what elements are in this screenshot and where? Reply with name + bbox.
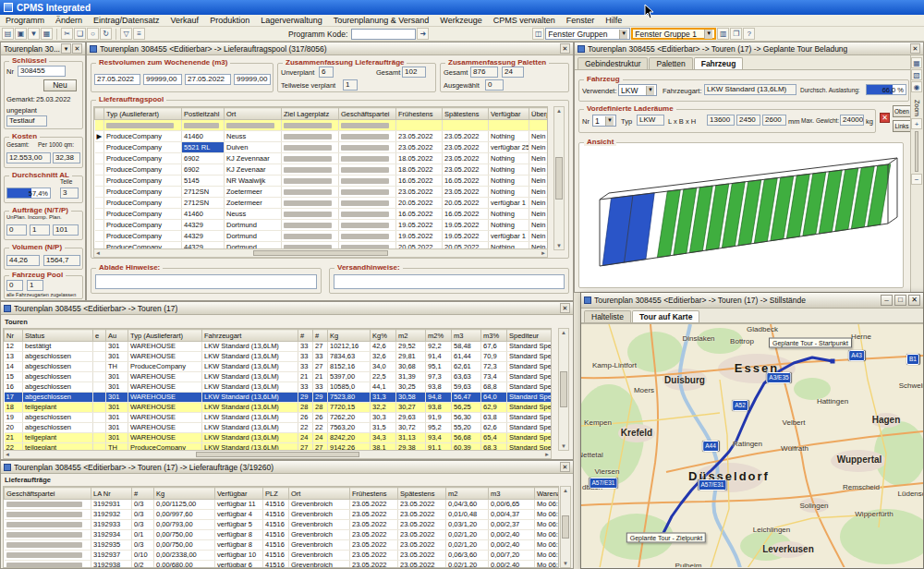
table-cell[interactable]: 93,8	[426, 403, 452, 413]
table-cell[interactable]	[339, 209, 396, 220]
table-cell[interactable]: 23.05.2022	[350, 530, 398, 540]
table-cell[interactable]	[5, 551, 91, 561]
menu-item[interactable]: Tourenplanung & Versand	[328, 16, 435, 25]
table-cell[interactable]: Grevenbroich	[289, 500, 350, 510]
table-row[interactable]: 31929320/30,00/997,60verfügbar 441516Gre…	[5, 510, 560, 520]
zla-gesamt-field[interactable]: 102	[402, 67, 426, 78]
table-cell[interactable]: Mo 06:00-14:00	[535, 561, 560, 569]
column-header[interactable]: Kg	[154, 488, 215, 500]
table-cell[interactable]: 0,02/1,20	[446, 540, 489, 551]
table-cell[interactable]	[282, 231, 339, 242]
table-cell[interactable]	[93, 423, 106, 433]
table-cell[interactable]: WAREHOUSE	[128, 372, 202, 382]
zoom-out-icon[interactable]: −	[911, 174, 922, 185]
table-cell[interactable]: Zoetermeer	[225, 198, 282, 209]
table-cell[interactable]: WAREHOUSE	[128, 382, 202, 393]
filter-icon[interactable]: ▽	[120, 28, 132, 40]
column-header[interactable]: Spätestens	[398, 488, 446, 500]
table-cell[interactable]: 23.05.2022	[350, 561, 398, 569]
fenster-gruppe-dropdown[interactable]: Fenster Gruppe 1▼	[631, 28, 716, 40]
column-header[interactable]: Spätestens	[443, 108, 489, 120]
table-cell[interactable]: 0/3	[132, 510, 154, 520]
table-cell[interactable]: WAREHOUSE	[128, 342, 202, 352]
table-cell[interactable]	[93, 342, 106, 352]
table-cell[interactable]: 0,00/2,40	[489, 530, 535, 540]
table-cell[interactable]	[5, 540, 91, 551]
table-cell[interactable]: WAREHOUSE	[128, 393, 202, 403]
tab-halteliste[interactable]: Halteliste	[584, 310, 631, 322]
table-cell[interactable]: 10212,16	[328, 342, 371, 352]
zoom-slider[interactable]	[915, 131, 918, 172]
zpa-verplant-field[interactable]: 24	[502, 67, 524, 78]
table-cell[interactable]: Nothing	[489, 187, 529, 198]
table-cell[interactable]: 23.05.2022	[350, 540, 398, 551]
table-cell[interactable]: LKW Standard (13,6LM)	[202, 433, 298, 443]
table-cell[interactable]: ProduceCompany	[104, 142, 182, 153]
table-cell[interactable]: 63,63	[452, 372, 481, 382]
restvolumen-value1-field[interactable]: 99999,00	[143, 74, 182, 85]
new-icon[interactable]: ▤	[2, 28, 14, 40]
table-cell[interactable]: Mo 06:00-14:00	[535, 520, 560, 530]
menu-item[interactable]: CPMS verwalten	[488, 16, 561, 25]
table-cell[interactable]: 33	[298, 352, 313, 362]
table-cell[interactable]: 23.05.2022	[398, 520, 446, 530]
table-cell[interactable]: 3192935	[91, 540, 132, 551]
table-cell[interactable]: 30,3	[371, 413, 396, 423]
table-row[interactable]: 31929380/20,00/680,00verfügbar 641516Gre…	[5, 561, 560, 569]
table-row[interactable]: 19abgeschlossen301WAREHOUSELKW Standard …	[5, 413, 553, 423]
table-cell[interactable]: abgeschlossen	[23, 413, 93, 423]
table-cell[interactable]: 0,00/2,37	[489, 520, 535, 530]
table-cell[interactable]: Duiven	[225, 142, 282, 153]
table-cell[interactable]	[282, 176, 339, 187]
table-cell[interactable]: 30,72	[396, 423, 426, 433]
window-titlebar[interactable]: CPMS Integrated	[0, 0, 924, 15]
table-cell[interactable]: 65,4	[481, 433, 507, 443]
table-cell[interactable]	[5, 500, 91, 510]
close-icon[interactable]: ✕	[560, 462, 570, 472]
table-cell[interactable]	[282, 164, 339, 176]
table-cell[interactable]: 0,00/2,40	[489, 540, 535, 551]
table-cell[interactable]: 31,5	[371, 423, 396, 433]
table-cell[interactable]: 91,4	[426, 352, 452, 362]
table-cell[interactable]	[489, 120, 529, 131]
table-cell[interactable]: Mo 06:00-14:00	[535, 551, 560, 561]
table-cell[interactable]: WAREHOUSE	[128, 413, 202, 423]
table-cell[interactable]: 41516	[263, 500, 289, 510]
pin-icon[interactable]: ▾	[61, 43, 71, 54]
table-cell[interactable]: 33	[313, 352, 328, 362]
table-cell[interactable]: Grevenbroich	[289, 551, 350, 561]
table-cell[interactable]: 0,00/2338,00	[154, 551, 215, 561]
table-cell[interactable]: 41516	[263, 510, 289, 520]
table-cell[interactable]: 0,02/1,20	[446, 561, 489, 569]
table-cell[interactable]: 91,9	[426, 413, 452, 423]
palette-icon[interactable]: ▧	[911, 69, 922, 80]
table-cell[interactable]: 0,00/4,37	[489, 510, 535, 520]
table-cell[interactable]	[339, 120, 396, 131]
column-header[interactable]: m2	[446, 488, 489, 500]
beladung-titlebar[interactable]: Tourenplan 308455 <Editierbar> -> Touren…	[575, 42, 923, 55]
table-cell[interactable]: ProduceCompany	[104, 220, 182, 231]
table-cell[interactable]: 0,00/2,40	[489, 561, 535, 569]
table-cell[interactable]: 16.05.2022	[396, 209, 443, 220]
table-cell[interactable]	[529, 120, 549, 131]
table-cell[interactable]	[93, 403, 106, 413]
table-cell[interactable]	[95, 220, 104, 231]
table-cell[interactable]: 34,3	[371, 433, 396, 443]
table-cell[interactable]	[339, 187, 396, 198]
table-cell[interactable]: 31,39	[396, 372, 426, 382]
table-cell[interactable]: WAREHOUSE	[128, 423, 202, 433]
table-cell[interactable]: Nothing	[489, 209, 529, 220]
column-header[interactable]: #	[313, 330, 328, 342]
column-header[interactable]: Frühestens	[396, 108, 443, 120]
touren-titlebar[interactable]: Tourenplan 308455 <Editierbar> -> Touren…	[1, 302, 573, 315]
cut-icon[interactable]: ✂	[61, 28, 73, 40]
table-cell[interactable]: 20.05.2022	[443, 198, 489, 209]
table-cell[interactable]: 93,8	[426, 382, 452, 393]
table-cell[interactable]: ProduceCompany	[104, 187, 182, 198]
table-cell[interactable]: 67,6	[481, 342, 507, 352]
table-cell[interactable]: 3192937	[91, 551, 132, 561]
tab-tour-auf-karte[interactable]: Tour auf Karte	[632, 310, 699, 322]
table-cell[interactable]: 16	[5, 382, 23, 393]
table-cell[interactable]: 301	[106, 342, 128, 352]
table-cell[interactable]: Nein	[529, 220, 549, 231]
